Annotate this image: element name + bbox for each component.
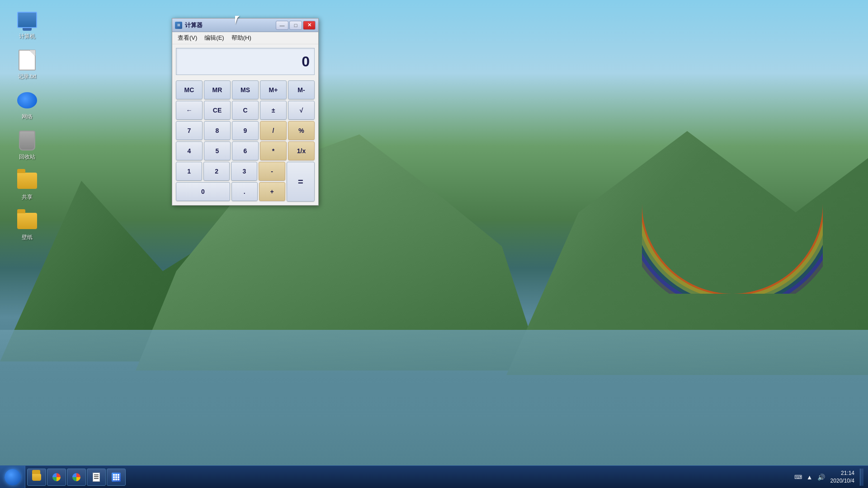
btn-ms[interactable]: MS: [232, 80, 259, 99]
computer-icon: [16, 9, 38, 31]
network-icon: [16, 89, 38, 111]
taskbar: ⌨ ▲ 🔊 21:14 2020/10/4: [0, 465, 868, 488]
btn-dot[interactable]: .: [231, 182, 258, 201]
clock-time: 21:14: [830, 469, 854, 477]
keyboard-tray-icon: ⌨: [794, 474, 802, 480]
btn-multiply[interactable]: *: [260, 141, 287, 160]
btn-4[interactable]: 4: [176, 141, 203, 160]
btn-minus[interactable]: -: [259, 162, 285, 181]
close-button[interactable]: ✕: [303, 21, 316, 30]
recycle-icon: [16, 130, 38, 151]
txtfile-icon: [16, 49, 38, 71]
taskbar-item-chrome2[interactable]: [67, 469, 86, 486]
desktop-icons: 计算机 记录.txt 网络 回收站 共享 壁纸: [9, 9, 45, 241]
taskbar-item-calc[interactable]: [107, 469, 126, 486]
taskbar-items: [25, 466, 790, 488]
computer-label: 计算机: [19, 33, 35, 40]
btn-percent[interactable]: %: [288, 121, 315, 140]
row3: 4 5 6 * 1/x: [176, 141, 315, 160]
btn-plus[interactable]: +: [259, 182, 285, 201]
btn-0[interactable]: 0: [176, 182, 230, 201]
calc-titlebar[interactable]: ⊞ 计算器 — □ ✕: [172, 19, 318, 32]
clock-date: 2020/10/4: [830, 477, 854, 485]
taskbar-right: ⌨ ▲ 🔊 21:14 2020/10/4: [790, 466, 868, 488]
show-desktop-button[interactable]: [860, 469, 863, 486]
btn-9[interactable]: 9: [232, 121, 259, 140]
network-label: 网络: [22, 113, 33, 121]
btn-8[interactable]: 8: [204, 121, 231, 140]
shared-folder-icon: [16, 170, 38, 192]
desktop-icon-txtfile[interactable]: 记录.txt: [9, 49, 45, 80]
menu-edit[interactable]: 编辑(E): [203, 33, 226, 43]
btn-mr[interactable]: MR: [204, 80, 231, 99]
desktop-icon-recycle[interactable]: 回收站: [9, 130, 45, 161]
btn-backspace[interactable]: ←: [176, 101, 203, 120]
taskbar-item-files[interactable]: [27, 469, 46, 486]
recycle-label: 回收站: [19, 153, 35, 161]
memory-row: MC MR MS M+ M-: [176, 80, 315, 99]
minimize-button[interactable]: —: [276, 21, 288, 30]
btn-6[interactable]: 6: [232, 141, 259, 160]
btn-mminus[interactable]: M-: [288, 80, 315, 99]
desktop-icon-shared[interactable]: 共享: [9, 170, 45, 201]
taskbar-item-chrome1[interactable]: [47, 469, 66, 486]
btn-sign[interactable]: ±: [260, 101, 287, 120]
row4: 1 2 3 - 0 . + =: [176, 162, 315, 202]
chrome1-taskbar-icon: [52, 473, 61, 482]
wallpaper-label: 壁纸: [22, 234, 33, 241]
maximize-button[interactable]: □: [289, 21, 302, 30]
btn-mplus[interactable]: M+: [260, 80, 287, 99]
btn-equals[interactable]: =: [287, 162, 315, 202]
row4-top: 1 2 3 -: [176, 162, 285, 181]
wallpaper-folder-icon: [16, 210, 38, 232]
btn-2[interactable]: 2: [203, 162, 230, 181]
menu-help[interactable]: 帮助(H): [230, 33, 253, 43]
btn-ce[interactable]: CE: [204, 101, 231, 120]
files-taskbar-icon: [32, 473, 41, 482]
volume-up-icon: ▲: [807, 474, 813, 481]
shared-label: 共享: [22, 193, 33, 201]
menu-view[interactable]: 查看(V): [176, 33, 199, 43]
calc-taskbar-icon: [112, 473, 121, 482]
volume-icon[interactable]: 🔊: [817, 474, 825, 481]
btn-c[interactable]: C: [232, 101, 259, 120]
row2: 7 8 9 / %: [176, 121, 315, 140]
calc-display: 0: [176, 48, 315, 75]
btn-divide[interactable]: /: [260, 121, 287, 140]
system-tray: ⌨ ▲ 🔊: [794, 474, 825, 481]
btn-1[interactable]: 1: [176, 162, 202, 181]
calc-title-icon: ⊞: [175, 22, 182, 29]
start-button[interactable]: [0, 466, 25, 488]
desktop-icon-network[interactable]: 网络: [9, 89, 45, 121]
desktop-icon-wallpaper[interactable]: 壁纸: [9, 210, 45, 241]
btn-7[interactable]: 7: [176, 121, 203, 140]
calc-menubar: 查看(V) 编辑(E) 帮助(H): [172, 32, 318, 44]
btn-mc[interactable]: MC: [176, 80, 203, 99]
row5: 0 . +: [176, 182, 285, 201]
btn-3[interactable]: 3: [231, 162, 257, 181]
taskbar-item-notepad[interactable]: [87, 469, 106, 486]
desktop-icon-computer[interactable]: 计算机: [9, 9, 45, 40]
calculator-window: ⊞ 计算器 — □ ✕ 查看(V) 编辑(E) 帮助(H) 0 MC MR MS…: [172, 18, 319, 206]
row1: ← CE C ± √: [176, 101, 315, 120]
lake-reflection: [0, 330, 868, 465]
btn-5[interactable]: 5: [204, 141, 231, 160]
btn-reciprocal[interactable]: 1/x: [288, 141, 315, 160]
start-orb: [5, 469, 21, 485]
txtfile-label: 记录.txt: [18, 73, 36, 80]
notepad-taskbar-icon: [92, 473, 101, 482]
titlebar-buttons: — □ ✕: [276, 21, 316, 30]
btn-sqrt[interactable]: √: [288, 101, 315, 120]
calc-buttons: MC MR MS M+ M- ← CE C ± √ 7 8 9 / % 4 5 …: [172, 79, 318, 205]
system-clock[interactable]: 21:14 2020/10/4: [830, 469, 854, 485]
chrome2-taskbar-icon: [72, 473, 81, 482]
calc-display-value: 0: [302, 53, 310, 70]
calc-title-text: 计算器: [185, 21, 273, 29]
